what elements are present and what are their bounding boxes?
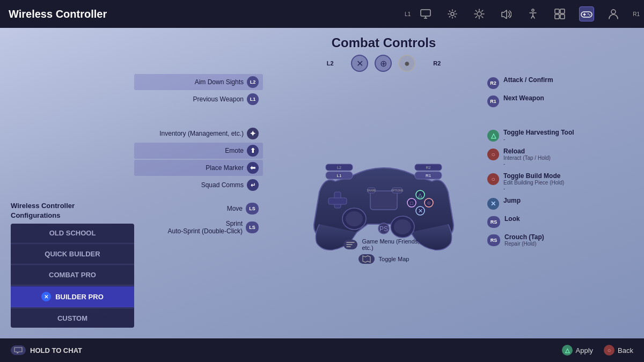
back-action[interactable]: ○ Back [604,345,633,356]
place-marker-row: Place Marker ⬅ [134,160,263,176]
next-weapon-label: Next Weapon [503,94,544,102]
svg-text:SHARE: SHARE [367,189,376,192]
svg-point-10 [589,14,590,16]
circle-icon-top: ● [398,55,415,72]
squad-comms-row: Squad Comms ↵ [134,177,263,193]
config-builder-pro-label: BUILDER PRO [55,293,104,301]
circle-badge-reload: ○ [487,149,499,160]
svg-text:OPTIONS: OPTIONS [391,189,404,192]
emote-label: Emote [225,147,244,154]
svg-text:△: △ [418,192,422,198]
crouch-label: Crouch (Tap) [504,233,544,241]
attack-confirm-row: R2 Attack / Confirm [483,74,633,91]
svg-point-9 [588,13,589,14]
reload-label: Reload [503,147,551,155]
audio-nav-icon[interactable] [499,6,514,21]
attack-confirm-label: Attack / Confirm [503,76,553,84]
monitor-nav-icon[interactable] [418,6,433,21]
svg-text:R1: R1 [426,173,431,178]
accessibility-nav-icon[interactable] [525,6,540,21]
svg-point-21 [346,211,363,226]
config-combat-pro[interactable]: COMBAT PRO [11,265,134,285]
controller-nav-icon[interactable] [579,6,594,21]
user-nav-icon[interactable] [606,6,621,21]
emote-row: Emote ⬆ [134,143,263,159]
reload-text: Reload Interact (Tap / Hold) - [503,147,551,167]
combat-controls-title: Combat Controls [332,35,436,50]
left-control-mappings: Aim Down Sights L2 Previous Weapon L1 In… [134,74,263,238]
sidebar-config: Wireless ControllerConfigurations OLD SC… [11,33,134,333]
rs-badge-crouch: RS [487,234,500,246]
apply-label: Apply [576,346,594,354]
network-nav-icon[interactable] [552,6,567,21]
crouch-text: Crouch (Tap) Repair (Hold) [504,233,544,247]
l2-trigger-label: L2 [327,60,334,67]
r1-nav-badge: R1 [633,11,640,17]
l2-badge: L2 [247,76,259,88]
r2-trigger-label: R2 [433,60,441,67]
inventory-label: Inventory (Management, etc.) [159,130,244,137]
controller-svg-wrapper: L1 L2 R1 R2 [303,149,464,258]
triangle-badge: △ [487,130,499,142]
jump-row: ✕ Jump [483,195,633,212]
config-divider-4 [11,308,134,308]
next-weapon-text: Next Weapon [503,94,544,102]
l1-nav-badge: L1 [405,11,411,17]
top-controller-triggers: L2 ✕ ⊕ ● R2 [327,55,441,72]
next-weapon-row: R1 Next Weapon [483,92,633,109]
svg-rect-5 [560,9,565,13]
settings-nav-icon[interactable] [445,6,460,21]
place-marker-badge: ⬅ [247,162,259,174]
game-menu-label: Game Menu (Friends, etc.) [362,238,424,251]
squad-comms-badge: ↵ [247,179,259,191]
emote-badge: ⬆ [247,145,259,157]
game-menu-icon [343,240,357,249]
center-content: Combat Controls L2 ✕ ⊕ ● R2 Aim Down Sig… [134,33,633,333]
config-section-label: Wireless ControllerConfigurations [11,201,134,220]
right-spacer-1 [483,110,633,125]
cross-icon-top: ✕ [351,55,368,72]
toggle-harvesting-sub: - [503,136,574,142]
ls-sprint-badge: LS [246,221,259,233]
toggle-map-icon [358,254,375,264]
jump-label: Jump [503,197,521,204]
chat-icon [11,345,26,355]
svg-rect-7 [560,14,565,19]
sprint-label: SprintAuto-Sprint (Double-Click) [168,220,243,235]
toggle-build-row: ○ Toggle Build Mode Edit Building Piece … [483,170,633,194]
config-custom[interactable]: CUSTOM [11,309,134,328]
hold-to-chat-label: HOLD TO CHAT [30,346,82,354]
config-builder-pro[interactable]: ✕ BUILDER PRO [11,286,134,307]
back-label: Back [618,346,633,354]
brightness-nav-icon[interactable] [472,6,487,21]
svg-text:✕: ✕ [418,208,423,214]
svg-rect-25 [328,198,347,204]
config-quick-builder[interactable]: QUICK BUILDER [11,245,134,264]
look-row: RS Look [483,213,633,230]
ls-move-badge: LS [246,203,259,215]
controller-diagram-area: Aim Down Sights L2 Previous Weapon L1 In… [134,74,633,333]
config-divider-2 [11,264,134,265]
svg-text:L1: L1 [337,173,342,178]
crouch-sub: Repair (Hold) [504,241,544,247]
move-row: Move LS [134,201,263,217]
config-old-school[interactable]: OLD SCHOOL [11,224,134,243]
squad-comms-label: Squad Comms [201,181,244,189]
bottom-actions: △ Apply ○ Back [562,345,633,356]
config-divider-3 [11,285,134,286]
svg-rect-34 [370,191,397,210]
config-list: OLD SCHOOL QUICK BUILDER COMBAT PRO ✕ BU… [11,224,134,328]
previous-weapon-row: Previous Weapon L1 [134,91,263,107]
svg-text:R2: R2 [426,166,431,169]
config-old-school-label: OLD SCHOOL [49,229,96,237]
apply-action[interactable]: △ Apply [562,345,594,356]
hold-to-chat-section: HOLD TO CHAT [11,345,82,355]
right-control-mappings: R2 Attack / Confirm R1 Next Weapon △ Tog… [483,74,633,249]
toggle-build-sub: Edit Building Piece (Hold) [503,180,564,186]
toggle-build-text: Toggle Build Mode Edit Building Piece (H… [503,172,564,191]
controller-bottom-labels: Game Menu (Friends, etc.) Toggle Map [343,238,424,264]
svg-text:□: □ [410,201,413,206]
svg-rect-8 [581,12,592,17]
move-label: Move [227,205,243,212]
config-custom-label: CUSTOM [57,314,87,322]
